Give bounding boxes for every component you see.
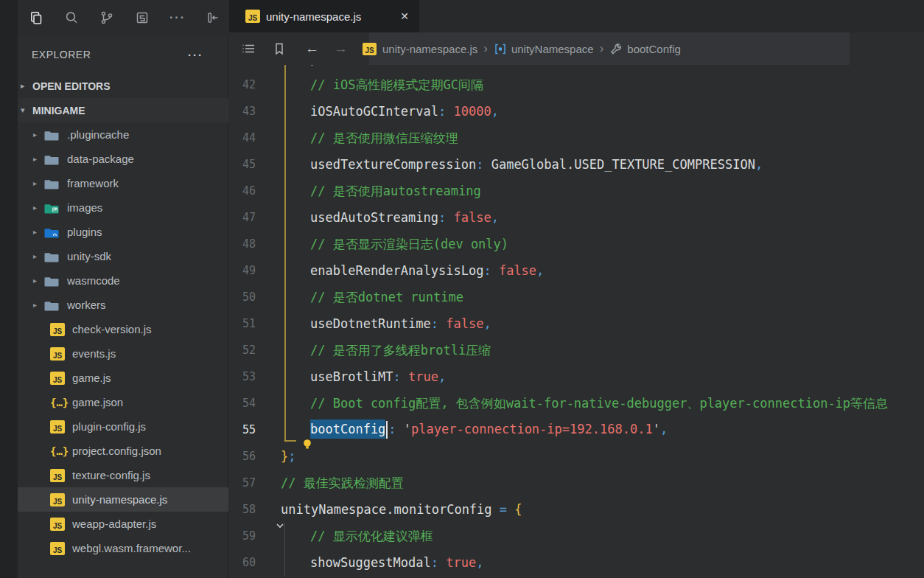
code-line[interactable]: 49enableRenderAnalysisLog: false, (229, 257, 924, 284)
tree-item[interactable]: ▸ unity-sdk (18, 244, 228, 268)
js-file-icon: JS (245, 10, 260, 23)
collapse-sidebar-icon[interactable] (205, 10, 221, 26)
breadcrumb-symbol[interactable]: unityNamespace (511, 43, 594, 55)
code-line[interactable]: 44// 是否使用微信压缩纹理 (229, 125, 924, 151)
code-token: // 是否用了多线程brotli压缩 (310, 343, 491, 358)
search-icon[interactable] (63, 10, 80, 26)
code-line[interactable]: 45usedTextureCompression: GameGlobal.USE… (229, 151, 924, 178)
code-token: , (476, 555, 483, 570)
files-icon[interactable] (28, 10, 44, 26)
code-line[interactable]: 51useDotnetRuntime: false, (229, 310, 924, 337)
folder-icon (44, 201, 60, 215)
tree-item[interactable]: JSweapp-adapter.js (18, 512, 228, 536)
code-token: : (438, 210, 446, 225)
code-token: false (424, 65, 461, 66)
code-token (438, 316, 446, 331)
code-line[interactable]: 59// 显示优化建议弹框 (229, 523, 924, 549)
code-line[interactable]: 46// 是否使用autostreaming (229, 178, 924, 204)
code-lines: 41preloadWXFont: false,42// iOS高性能模式定期GC… (229, 65, 924, 576)
tree-item[interactable]: JScheck-version.js (18, 317, 228, 341)
tab-label: unity-namespace.js (266, 10, 361, 23)
code-line[interactable]: 56}; (229, 443, 924, 470)
code-token: : (431, 555, 438, 570)
code-editor[interactable]: 41preloadWXFont: false,42// iOS高性能模式定期GC… (229, 65, 924, 578)
layout-icon[interactable] (134, 10, 150, 26)
line-number: 55 (229, 417, 256, 443)
code-line[interactable]: 42// iOS高性能模式定期GC间隔 (229, 72, 924, 98)
tree-item[interactable]: JSunity-namespace.js (18, 487, 228, 512)
back-arrow-icon[interactable]: ← (305, 41, 319, 57)
code-token: , (755, 157, 763, 172)
code-token (446, 210, 453, 225)
chevron-right-icon: ▸ (33, 155, 44, 163)
folder-icon (44, 250, 60, 263)
js-file-icon: JS (50, 493, 65, 506)
tree-item[interactable]: ▸ data-package (18, 147, 228, 171)
tree-item-label: plugin-config.js (72, 420, 146, 433)
js-file-icon: JS (50, 542, 65, 555)
activity-rail (0, 0, 18, 578)
code-token: , (483, 316, 491, 331)
code-token: useBrotliMT (310, 369, 393, 384)
code-line[interactable]: 60showSuggestModal: true, (229, 549, 924, 576)
code-line[interactable]: 57// 最佳实践检测配置 (229, 470, 924, 496)
tree-item[interactable]: JStexture-config.js (18, 463, 228, 487)
breadcrumb: JS unity-namespace.js › unityNamespace ›… (363, 41, 681, 56)
tree-item[interactable]: JSplugin-config.js (18, 414, 228, 439)
selected-token: bootConfig (310, 419, 385, 439)
breadcrumb-member[interactable]: bootConfig (627, 43, 681, 55)
tree-item[interactable]: JSevents.js (18, 341, 228, 366)
tree-item[interactable]: {…}game.json (18, 390, 228, 414)
tree-item[interactable]: {…}project.config.json (18, 439, 228, 463)
line-number: 45 (229, 151, 256, 178)
bookmark-icon[interactable] (271, 42, 287, 56)
vscode-window: ··· EXPLORER ··· ▸ OPEN EDITORS ▾ MINIGA… (0, 0, 924, 578)
forward-arrow-icon[interactable]: → (334, 41, 348, 57)
section-open-editors[interactable]: ▸ OPEN EDITORS (18, 74, 228, 98)
tree-item[interactable]: ▸ images (18, 195, 228, 220)
tree-item[interactable]: ▸ workers (18, 293, 228, 317)
code-token (491, 263, 499, 278)
code-line[interactable]: 41preloadWXFont: false, (229, 65, 924, 72)
code-line[interactable]: 53useBrotliMT: true, (229, 363, 924, 390)
folder-icon (44, 128, 60, 142)
tree-item[interactable]: ▸ plugins (18, 220, 228, 244)
js-file-icon: JS (50, 469, 65, 482)
breadcrumb-file[interactable]: unity-namespace.js (382, 43, 477, 55)
code-token: ' (404, 422, 411, 436)
tree-item[interactable]: ▸ framework (18, 171, 228, 195)
source-control-icon[interactable] (99, 10, 115, 26)
chevron-right-icon: ▸ (33, 228, 44, 236)
code-token (401, 369, 408, 384)
js-file-icon: JS (50, 372, 65, 385)
code-line[interactable]: 58 unityNamespace.monitorConfig = { (229, 496, 924, 523)
section-minigame[interactable]: ▾ MINIGAME (18, 98, 228, 122)
tree-item[interactable]: JSwebgl.wasm.framewor... (18, 536, 228, 560)
chevron-right-icon: ▸ (21, 81, 32, 91)
tab-unity-namespace[interactable]: JS unity-namespace.js ✕ (229, 0, 419, 32)
close-tab-icon[interactable]: ✕ (400, 10, 409, 22)
code-token: , (438, 369, 446, 384)
code-token: unityNamespace.monitorConfig (281, 502, 492, 517)
more-actions-icon[interactable]: ··· (169, 10, 186, 26)
explorer-title: EXPLORER (32, 49, 91, 60)
code-line[interactable]: 48// 是否显示渲染日志(dev only) (229, 231, 924, 257)
tree-item[interactable]: ▸ wasmcode (18, 268, 228, 293)
tree-item[interactable]: JSgame.js (18, 366, 228, 390)
list-icon[interactable] (240, 42, 256, 55)
code-token: : (388, 422, 396, 436)
code-line[interactable]: 55 bootConfig: 'player-connection-ip=192… (229, 417, 924, 443)
code-line[interactable]: 52// 是否用了多线程brotli压缩 (229, 337, 924, 363)
explorer-more-icon[interactable]: ··· (188, 49, 203, 61)
code-line[interactable]: 50// 是否dotnet runtime (229, 284, 924, 310)
code-line[interactable]: 43iOSAutoGCInterval: 10000, (229, 98, 924, 125)
code-token: preloadWXFont (310, 65, 408, 66)
line-number: 56 (229, 443, 256, 470)
line-number: 43 (229, 98, 256, 125)
tree-item-label: game.js (72, 372, 111, 384)
code-line[interactable]: 47usedAutoStreaming: false, (229, 204, 924, 231)
tree-item[interactable]: ▸ .plugincache (18, 122, 228, 147)
code-line[interactable]: 54// Boot config配置, 包含例如wait-for-native-… (229, 390, 924, 417)
line-number: 59 (229, 523, 256, 549)
breadcrumb-separator: › (483, 41, 488, 56)
